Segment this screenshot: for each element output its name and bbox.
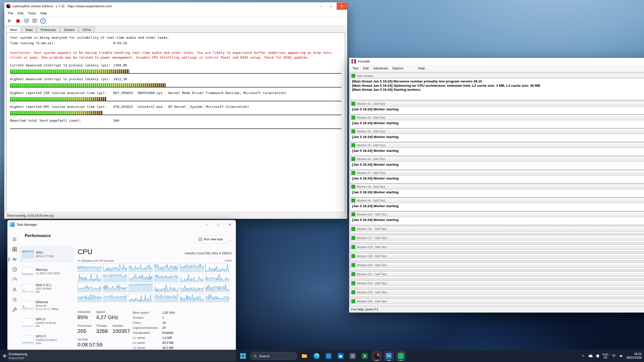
- prime95-worker-window[interactable]: Worker #8 - Self-Test[Jan 5 16:24] Worke…: [350, 184, 644, 197]
- tab-main[interactable]: Main: [6, 26, 21, 33]
- sidebar-item-disk[interactable]: Disk 0 (C:) SSD (NVMe) 2%: [20, 281, 73, 296]
- prime95-worker-window-collapsed[interactable]: Worker #17 - Self-Test: [350, 235, 644, 243]
- prime95-worker-window-collapsed[interactable]: Worker #20 - Self-Test: [350, 262, 644, 270]
- stop-monitor-button[interactable]: [15, 18, 21, 24]
- prime95-worker-window-collapsed[interactable]: Worker #23 - Self-Test: [350, 289, 644, 297]
- worker-titlebar[interactable]: Worker #9 - Self-Test: [350, 198, 644, 203]
- sidebar-item-gpu[interactable]: GPU 0 Intel(R) Graphics 20%: [20, 332, 73, 347]
- nav-details[interactable]: [12, 297, 18, 303]
- taskbar-icon-latencymon[interactable]: [372, 351, 382, 361]
- minimize-button[interactable]: –: [201, 220, 213, 229]
- tab-drivers[interactable]: Drivers: [60, 26, 78, 33]
- maximize-button[interactable]: □: [326, 3, 337, 10]
- prime95-worker-window-collapsed[interactable]: Worker #22 - Self-Test: [350, 280, 644, 288]
- latencymon-titlebar[interactable]: LatencyMon (Home Edition) - v 7.31 - htt…: [4, 2, 347, 10]
- main-thread-titlebar[interactable]: Main thread: [350, 73, 644, 79]
- start-button[interactable]: [238, 351, 248, 361]
- worker-titlebar[interactable]: Worker #8 - Self-Test: [350, 184, 644, 190]
- nav-performance[interactable]: [12, 256, 18, 262]
- network-wifi-icon[interactable]: [611, 354, 616, 358]
- menu-edit[interactable]: Edit: [361, 66, 371, 71]
- worker-titlebar[interactable]: Worker #19 - Self-Test: [350, 253, 644, 259]
- worker-titlebar[interactable]: Worker #24 - Self-Test: [350, 299, 644, 304]
- nav-services[interactable]: [12, 307, 18, 313]
- nav-app-history[interactable]: [12, 266, 18, 273]
- menu-options[interactable]: Options: [390, 66, 406, 71]
- taskbar-icon-task-manager[interactable]: [384, 351, 394, 361]
- prime95-worker-window-collapsed[interactable]: Worker #24 - Self-Test: [350, 298, 644, 306]
- prime95-worker-window-collapsed[interactable]: Worker #21 - Self-Test: [350, 271, 644, 279]
- start-monitor-button[interactable]: [6, 18, 13, 24]
- prime95-worker-window[interactable]: Worker #9 - Self-Test[Jan 5 16:24] Worke…: [350, 198, 644, 211]
- worker-titlebar[interactable]: Worker #4 - Self-Test: [350, 129, 644, 134]
- taskbar-icon-edge[interactable]: [311, 351, 321, 361]
- menu-advanced[interactable]: Advanced: [371, 66, 390, 71]
- nav-menu-button[interactable]: [12, 236, 18, 242]
- onedrive-cloud-icon[interactable]: [588, 354, 593, 358]
- taskbar-icon-file-explorer[interactable]: [299, 351, 309, 361]
- nav-processes[interactable]: [12, 246, 18, 252]
- taskbar-icon-store[interactable]: [336, 351, 346, 361]
- prime95-worker-window[interactable]: Worker #7 - Self-Test[Jan 5 16:24] Worke…: [350, 170, 644, 184]
- sidebar-item-npu[interactable]: NPU 0 Intel(R) AI Boost 0%: [20, 315, 73, 330]
- worker-titlebar[interactable]: Worker #22 - Self-Test: [350, 281, 644, 286]
- worker-titlebar[interactable]: Worker #2 - Self-Test: [350, 101, 644, 107]
- weather-widget[interactable]: ❄ Frostwarnung Beginnt bald: [3, 350, 27, 362]
- prime95-worker-window[interactable]: Worker #10 - Self-Test[Jan 5 16:24] Work…: [350, 211, 644, 225]
- taskbar-icon-settings[interactable]: [348, 351, 358, 361]
- worker-titlebar[interactable]: Worker #6 - Self-Test: [350, 156, 644, 162]
- worker-titlebar[interactable]: Worker #11 - Self-Test: [350, 226, 644, 232]
- main-thread-window[interactable]: Main thread [Main thread Jan 5 16:24] Me…: [350, 73, 644, 100]
- worker-titlebar[interactable]: Worker #23 - Self-Test: [350, 290, 644, 295]
- sidebar-item-memory[interactable]: Memory 11,3/63,4 GB (18%): [20, 263, 73, 279]
- menu-file[interactable]: File: [6, 11, 16, 16]
- language-indicator[interactable]: ENG DE: [602, 353, 609, 359]
- prime95-worker-window-collapsed[interactable]: Worker #19 - Self-Test: [350, 253, 644, 261]
- worker-titlebar[interactable]: Worker #10 - Self-Test: [350, 212, 644, 217]
- minimize-button[interactable]: –: [315, 3, 326, 10]
- prime95-worker-window[interactable]: Worker #4 - Self-Test[Jan 5 16:24] Worke…: [350, 128, 644, 142]
- clock[interactable]: 16:24 05/01/2026: [626, 352, 641, 360]
- taskbar-icon-prime95[interactable]: [396, 351, 406, 361]
- prime95-worker-window[interactable]: Worker #5 - Self-Test[Jan 5 16:24] Worke…: [350, 142, 644, 156]
- nav-users[interactable]: [12, 287, 18, 293]
- prime95-titlebar[interactable]: Prime95: [349, 58, 644, 65]
- sidebar-item-ethernet[interactable]: Ethernet Ethernet S: 0,1 R: 1,7 Mbps: [20, 298, 73, 313]
- worker-titlebar[interactable]: Worker #20 - Self-Test: [350, 262, 644, 268]
- prime95-worker-window[interactable]: Worker #6 - Self-Test[Jan 5 16:24] Worke…: [350, 156, 644, 170]
- menu-edit[interactable]: Edit: [16, 11, 26, 16]
- prime95-worker-window[interactable]: Worker #2 - Self-Test[Jan 5 16:24] Worke…: [350, 101, 644, 114]
- prime95-worker-window[interactable]: Worker #3 - Self-Test[Jan 5 16:24] Worke…: [350, 115, 644, 128]
- latency-bar-fill: [10, 83, 166, 87]
- prime95-worker-window-collapsed[interactable]: Worker #11 - Self-Test: [350, 226, 644, 234]
- maximize-button[interactable]: □: [213, 220, 224, 229]
- menu-tools[interactable]: Tools: [26, 11, 38, 16]
- worker-titlebar[interactable]: Worker #3 - Self-Test: [350, 115, 644, 120]
- volume-icon[interactable]: [619, 354, 624, 358]
- sidebar-item-cpu[interactable]: CPU 85% 4,27 GHz: [20, 246, 73, 262]
- help-button[interactable]: ?: [39, 18, 46, 24]
- latency-chart-button[interactable]: [23, 18, 30, 24]
- report-view-button[interactable]: [31, 18, 38, 24]
- close-button[interactable]: ✕: [224, 220, 236, 229]
- menu-help[interactable]: Help: [416, 66, 427, 71]
- taskbar-icon-excel[interactable]: X: [360, 351, 370, 361]
- prime95-worker-window-collapsed[interactable]: Worker #18 - Self-Test: [350, 244, 644, 252]
- worker-titlebar[interactable]: Worker #5 - Self-Test: [350, 143, 644, 148]
- taskbar-icon-outlook[interactable]: [324, 351, 334, 361]
- taskbar-search[interactable]: Search: [250, 352, 297, 360]
- menu-help[interactable]: Help: [38, 11, 49, 16]
- worker-titlebar[interactable]: Worker #18 - Self-Test: [350, 244, 644, 250]
- tab-processes[interactable]: Processes: [37, 26, 60, 33]
- security-shield-icon[interactable]: [596, 354, 600, 358]
- task-manager-titlebar[interactable]: Task Manager – □ ✕: [8, 220, 236, 229]
- tab-stats[interactable]: Stats: [21, 26, 36, 33]
- nav-startup-apps[interactable]: [12, 277, 18, 283]
- worker-titlebar[interactable]: Worker #21 - Self-Test: [350, 272, 644, 277]
- worker-titlebar[interactable]: Worker #17 - Self-Test: [350, 235, 644, 241]
- worker-titlebar[interactable]: Worker #7 - Self-Test: [350, 170, 644, 176]
- menu-test[interactable]: Test: [350, 66, 361, 71]
- tab-cpus[interactable]: CPUs: [79, 26, 95, 33]
- tray-chevron-up-icon[interactable]: [581, 354, 585, 357]
- close-button[interactable]: ✕: [337, 3, 347, 10]
